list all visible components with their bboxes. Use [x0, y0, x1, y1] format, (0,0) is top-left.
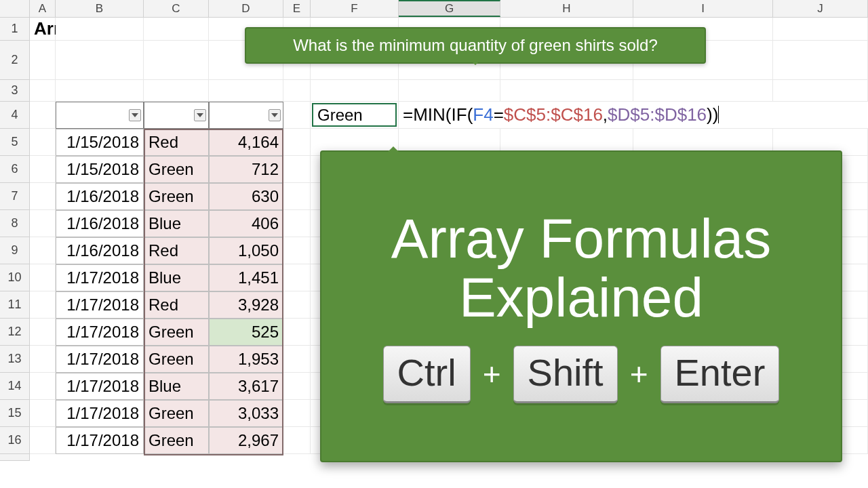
- cell-C8[interactable]: Blue: [144, 210, 209, 237]
- cell-A5[interactable]: [30, 129, 56, 156]
- row-header-8[interactable]: 8: [0, 210, 30, 237]
- cell-D3[interactable]: [209, 80, 283, 102]
- cell-A1[interactable]: Array Formula: [30, 18, 56, 41]
- row-header-16[interactable]: 16: [0, 427, 30, 454]
- col-header-A[interactable]: A: [30, 0, 56, 17]
- row-header-9[interactable]: 9: [0, 237, 30, 264]
- filter-button-date[interactable]: [129, 109, 141, 121]
- cell-D16[interactable]: 2,967: [209, 427, 283, 454]
- cell-B13[interactable]: 1/17/2018: [56, 346, 144, 373]
- cell-B15[interactable]: 1/17/2018: [56, 400, 144, 427]
- cell-B11[interactable]: 1/17/2018: [56, 291, 144, 319]
- cell-B12[interactable]: 1/17/2018: [56, 319, 144, 346]
- filter-button-qty[interactable]: [269, 109, 281, 121]
- cell-E7[interactable]: [283, 183, 311, 210]
- cell-E5[interactable]: [283, 129, 311, 156]
- cell-B1[interactable]: [56, 18, 144, 41]
- col-header-C[interactable]: C: [144, 0, 209, 17]
- cell-G4-formula[interactable]: =MIN(IF(F4=$C$5:$C$16,$D$5:$D$16)): [399, 102, 868, 129]
- cell-D10[interactable]: 1,451: [209, 264, 283, 291]
- cell-J3[interactable]: [773, 80, 868, 102]
- col-header-D[interactable]: D: [209, 0, 283, 17]
- cell-A14[interactable]: [30, 373, 56, 400]
- cell-E10[interactable]: [283, 264, 311, 291]
- row-header-1[interactable]: 1: [0, 18, 30, 41]
- cell-D13[interactable]: 1,953: [209, 346, 283, 373]
- row-header-13[interactable]: 13: [0, 346, 30, 373]
- cell-E4[interactable]: [283, 102, 311, 129]
- row-header-14[interactable]: 14: [0, 373, 30, 400]
- row-header-10[interactable]: 10: [0, 264, 30, 291]
- select-all-corner[interactable]: [0, 0, 30, 17]
- cell-C15[interactable]: Green: [144, 400, 209, 427]
- cell-J1[interactable]: [773, 18, 868, 41]
- cell-C12[interactable]: Green: [144, 319, 209, 346]
- cell-B7[interactable]: 1/16/2018: [56, 183, 144, 210]
- cell-C9[interactable]: Red: [144, 237, 209, 264]
- cell-C1[interactable]: [144, 18, 209, 41]
- cell-E11[interactable]: [283, 291, 311, 319]
- cell-D15[interactable]: 3,033: [209, 400, 283, 427]
- cell-C6[interactable]: Green: [144, 156, 209, 183]
- row-header-3[interactable]: 3: [0, 80, 30, 102]
- col-header-F[interactable]: F: [311, 0, 399, 17]
- cell-A10[interactable]: [30, 264, 56, 291]
- row-header-5[interactable]: 5: [0, 129, 30, 156]
- filter-button-color[interactable]: [194, 109, 206, 121]
- col-header-J[interactable]: J: [773, 0, 868, 17]
- table-header-date[interactable]: Date: [56, 102, 144, 129]
- cell-C2[interactable]: [144, 41, 209, 80]
- row-header-12[interactable]: 12: [0, 319, 30, 346]
- cell-J2[interactable]: [773, 41, 868, 80]
- row-header-17[interactable]: [0, 454, 30, 461]
- cell-B16[interactable]: 1/17/2018: [56, 427, 144, 454]
- col-header-B[interactable]: B: [56, 0, 144, 17]
- col-header-H[interactable]: H: [500, 0, 633, 17]
- cell-D9[interactable]: 1,050: [209, 237, 283, 264]
- cell-E6[interactable]: [283, 156, 311, 183]
- cell-C10[interactable]: Blue: [144, 264, 209, 291]
- row-header-2[interactable]: 2: [0, 41, 30, 80]
- cell-H3[interactable]: [500, 80, 633, 102]
- row-header-11[interactable]: 11: [0, 291, 30, 319]
- col-header-E[interactable]: E: [283, 0, 311, 17]
- cell-D5[interactable]: 4,164: [209, 129, 283, 156]
- col-header-I[interactable]: I: [633, 0, 773, 17]
- table-header-qty[interactable]: Qty: [209, 102, 283, 129]
- cell-C14[interactable]: Blue: [144, 373, 209, 400]
- cell-C16[interactable]: Green: [144, 427, 209, 454]
- cell-B6[interactable]: 1/15/2018: [56, 156, 144, 183]
- cell-F3[interactable]: [311, 80, 399, 102]
- cell-E3[interactable]: [283, 80, 311, 102]
- cell-A12[interactable]: [30, 319, 56, 346]
- cell-A2[interactable]: [30, 41, 56, 80]
- cell-A6[interactable]: [30, 156, 56, 183]
- row-header-4[interactable]: 4: [0, 102, 30, 129]
- cell-B14[interactable]: 1/17/2018: [56, 373, 144, 400]
- cell-A7[interactable]: [30, 183, 56, 210]
- cell-B5[interactable]: 1/15/2018: [56, 129, 144, 156]
- cell-E9[interactable]: [283, 237, 311, 264]
- cell-A15[interactable]: [30, 400, 56, 427]
- cell-A4[interactable]: [30, 102, 56, 129]
- cell-B2[interactable]: [56, 41, 144, 80]
- cell-B3[interactable]: [56, 80, 144, 102]
- cell-C13[interactable]: Green: [144, 346, 209, 373]
- cell-A16[interactable]: [30, 427, 56, 454]
- row-header-7[interactable]: 7: [0, 183, 30, 210]
- cell-I3[interactable]: [633, 80, 773, 102]
- cell-B9[interactable]: 1/16/2018: [56, 237, 144, 264]
- cell-D8[interactable]: 406: [209, 210, 283, 237]
- cell-C7[interactable]: Green: [144, 183, 209, 210]
- cell-C5[interactable]: Red: [144, 129, 209, 156]
- cell-E15[interactable]: [283, 400, 311, 427]
- cell-D6[interactable]: 712: [209, 156, 283, 183]
- table-header-color[interactable]: Color: [144, 102, 209, 129]
- cell-A8[interactable]: [30, 210, 56, 237]
- cell-D11[interactable]: 3,928: [209, 291, 283, 319]
- cell-D12[interactable]: 525: [209, 319, 283, 346]
- row-header-15[interactable]: 15: [0, 400, 30, 427]
- cell-A3[interactable]: [30, 80, 56, 102]
- cell-E14[interactable]: [283, 373, 311, 400]
- cell-B10[interactable]: 1/17/2018: [56, 264, 144, 291]
